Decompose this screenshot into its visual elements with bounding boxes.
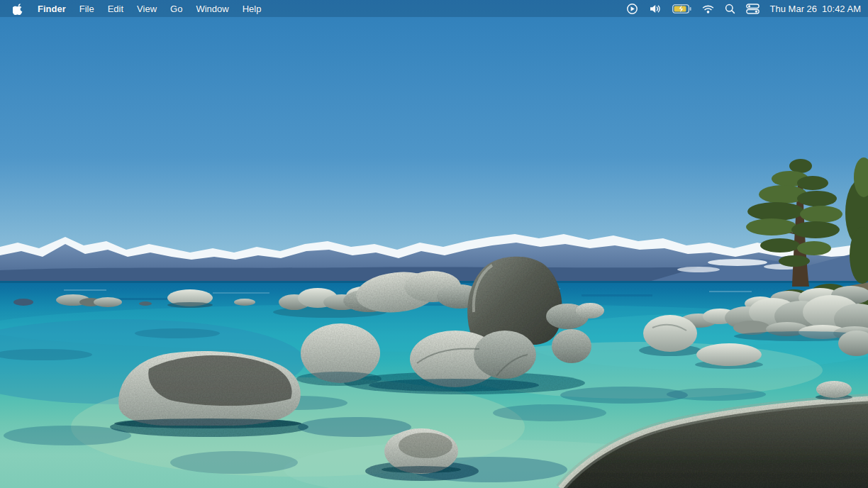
apple-logo-icon <box>13 3 23 15</box>
spotlight-icon[interactable] <box>725 4 735 14</box>
menu-item-window[interactable]: Window <box>196 4 228 14</box>
menu-item-file[interactable]: File <box>79 4 94 14</box>
menu-item-help[interactable]: Help <box>243 4 262 14</box>
menu-item-view[interactable]: View <box>137 4 157 14</box>
menu-item-finder[interactable]: Finder <box>38 4 66 14</box>
now-playing-icon[interactable] <box>626 3 638 15</box>
control-center-icon[interactable] <box>746 4 760 14</box>
desktop-wallpaper[interactable] <box>0 0 868 488</box>
wifi-icon[interactable] <box>702 4 714 13</box>
menu-item-go[interactable]: Go <box>170 4 182 14</box>
volume-icon[interactable] <box>649 4 662 14</box>
apple-menu[interactable] <box>13 3 23 15</box>
battery-fill <box>674 6 686 11</box>
battery-icon[interactable] <box>672 4 691 13</box>
menu-bar-status: Thu Mar 26 10:42 AM <box>626 3 868 15</box>
clock-date: Thu Mar 26 <box>770 4 817 14</box>
menu-bar: Finder File Edit View Go Window Help <box>0 0 868 17</box>
menu-bar-left: Finder File Edit View Go Window Help <box>0 3 261 15</box>
desktop[interactable]: Finder File Edit View Go Window Help <box>0 0 868 488</box>
clock-time: 10:42 AM <box>822 4 861 14</box>
menu-item-edit[interactable]: Edit <box>108 4 123 14</box>
sky <box>0 0 868 284</box>
menu-bar-clock[interactable]: Thu Mar 26 10:42 AM <box>770 4 861 14</box>
